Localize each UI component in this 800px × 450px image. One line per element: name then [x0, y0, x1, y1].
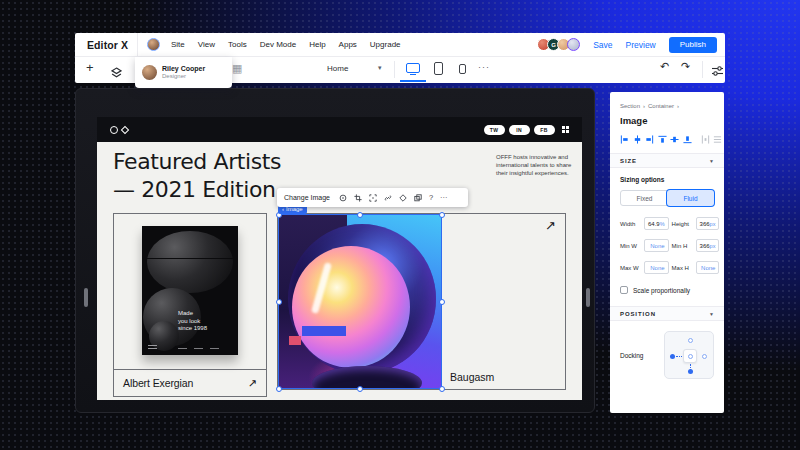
breadcrumb-separator-icon: ›	[677, 103, 679, 109]
layers-icon[interactable]	[111, 64, 122, 82]
more-options-icon[interactable]: ···	[440, 193, 448, 202]
chevron-down-icon[interactable]: ▾	[378, 64, 382, 72]
add-element-button[interactable]: +	[86, 60, 94, 75]
page-width-handle-right[interactable]	[586, 288, 590, 307]
desktop-breakpoint-button[interactable]	[406, 63, 420, 73]
size-section-header[interactable]: SIZE ▼	[610, 153, 724, 168]
collaborator-avatar[interactable]	[567, 38, 580, 51]
collapse-icon[interactable]: ▼	[709, 311, 714, 317]
active-breakpoint-indicator	[400, 80, 426, 82]
menu-item-tools[interactable]: Tools	[228, 40, 247, 49]
min-width-label: Min W	[620, 243, 641, 249]
editor-x-logo: Editor X	[75, 39, 137, 51]
collapse-icon[interactable]: ▼	[709, 158, 714, 164]
breadcrumb-container[interactable]: Container	[648, 103, 674, 109]
publish-button[interactable]: Publish	[669, 37, 717, 53]
change-image-button[interactable]: Change Image	[284, 194, 330, 201]
resize-handle[interactable]	[357, 212, 363, 218]
align-top-icon[interactable]	[658, 135, 667, 144]
avatar	[142, 65, 157, 80]
social-link-tw[interactable]: TW	[484, 125, 505, 135]
max-height-input[interactable]: None	[696, 261, 720, 274]
undo-icon[interactable]: ↶	[660, 60, 669, 73]
align-left-icon[interactable]	[620, 135, 629, 144]
resize-handle[interactable]	[357, 386, 363, 392]
poster-image[interactable]: Made you look since 1998	[142, 226, 238, 355]
poster-text: Made you look since 1998	[178, 310, 207, 333]
more-breakpoints-icon[interactable]: ···	[478, 62, 490, 72]
selected-image-astronaut[interactable]	[278, 214, 442, 389]
position-section-header[interactable]: POSITION ▼	[610, 306, 724, 321]
menu-item-help[interactable]: Help	[309, 40, 325, 49]
dock-center-dot[interactable]	[688, 354, 693, 359]
preview-button[interactable]: Preview	[626, 40, 656, 50]
adjust-settings-icon[interactable]	[711, 63, 724, 81]
min-width-input[interactable]: None	[644, 239, 669, 252]
max-width-input[interactable]: None	[644, 261, 669, 274]
scale-proportionally-checkbox[interactable]	[620, 286, 628, 294]
user-avatar[interactable]	[147, 38, 160, 51]
align-right-icon[interactable]	[645, 135, 654, 144]
sizing-mode-toggle: Fixed Fluid	[620, 190, 714, 206]
breadcrumb-section[interactable]: Section	[620, 103, 640, 109]
site-page: TW IN FB Featured Artists — 2021 Edition…	[97, 117, 582, 400]
mode-fixed-button[interactable]: Fixed	[621, 191, 668, 205]
collaborator-popover[interactable]: Riley Cooper Designer	[135, 57, 232, 88]
max-width-label: Max W	[620, 265, 641, 271]
artist-card-albert[interactable]: Made you look since 1998 Albert Exergian…	[113, 213, 267, 397]
dock-bottom-dot[interactable]	[688, 369, 693, 374]
menu-item-view[interactable]: View	[198, 40, 215, 49]
align-center-vertical-icon[interactable]	[670, 135, 679, 144]
min-height-input[interactable]: 366 px	[696, 239, 720, 252]
mobile-breakpoint-button[interactable]	[459, 64, 466, 75]
link-icon[interactable]	[384, 194, 392, 202]
page-selector[interactable]: Home	[327, 64, 348, 73]
arrow-up-right-icon[interactable]: ↗	[248, 377, 257, 390]
save-button[interactable]: Save	[593, 40, 612, 50]
site-menu-icon[interactable]	[562, 126, 570, 134]
grid-layout-icon[interactable]: ▦	[232, 62, 242, 75]
resize-handle[interactable]	[439, 386, 445, 392]
resize-handle[interactable]	[276, 299, 282, 305]
site-logo-icon[interactable]	[110, 126, 128, 134]
hero-description[interactable]: OFFF hosts innovative and international …	[496, 154, 572, 177]
focal-point-icon[interactable]	[369, 194, 377, 202]
dock-right-dot[interactable]	[702, 354, 707, 359]
max-height-label: Max H	[672, 265, 693, 271]
redo-icon[interactable]: ↷	[681, 60, 690, 73]
resize-handle[interactable]	[439, 299, 445, 305]
settings-icon[interactable]	[339, 194, 347, 202]
animation-icon[interactable]	[399, 194, 407, 202]
social-link-fb[interactable]: FB	[534, 125, 555, 135]
breadcrumb-separator-icon: ›	[643, 103, 645, 109]
tablet-breakpoint-button[interactable]	[434, 62, 443, 75]
distribute-vertical-icon[interactable]	[713, 135, 722, 144]
social-link-in[interactable]: IN	[509, 125, 530, 135]
site-header: TW IN FB	[97, 117, 582, 142]
divider	[702, 61, 703, 78]
mode-fluid-button[interactable]: Fluid	[667, 190, 714, 206]
docking-control[interactable]	[664, 331, 714, 379]
crop-icon[interactable]	[354, 194, 362, 202]
distribute-horizontal-icon[interactable]	[701, 135, 710, 144]
sizing-options-label: Sizing options	[620, 176, 714, 183]
resize-handle[interactable]	[276, 386, 282, 392]
menu-item-apps[interactable]: Apps	[339, 40, 357, 49]
page-width-handle-left[interactable]	[84, 288, 88, 307]
hero-title-line1: Featured Artists	[113, 148, 281, 176]
width-input[interactable]: 64.9 %	[644, 217, 669, 230]
resize-handle[interactable]	[439, 212, 445, 218]
hero-title[interactable]: Featured Artists — 2021 Edition	[113, 148, 281, 204]
menu-item-upgrade[interactable]: Upgrade	[370, 40, 401, 49]
dock-top-dot[interactable]	[688, 338, 693, 343]
menu-item-site[interactable]: Site	[171, 40, 185, 49]
align-bottom-icon[interactable]	[683, 135, 692, 144]
menu-item-dev-mode[interactable]: Dev Mode	[260, 40, 296, 49]
help-icon[interactable]: ?	[429, 193, 433, 202]
hero-title-line2: — 2021 Edition	[113, 176, 281, 204]
dock-left-dot[interactable]	[670, 354, 675, 359]
height-input[interactable]: 366 px	[696, 217, 720, 230]
filters-icon[interactable]	[414, 194, 422, 202]
align-center-horizontal-icon[interactable]	[633, 135, 642, 144]
arrow-up-right-icon[interactable]: ↗	[545, 218, 556, 233]
